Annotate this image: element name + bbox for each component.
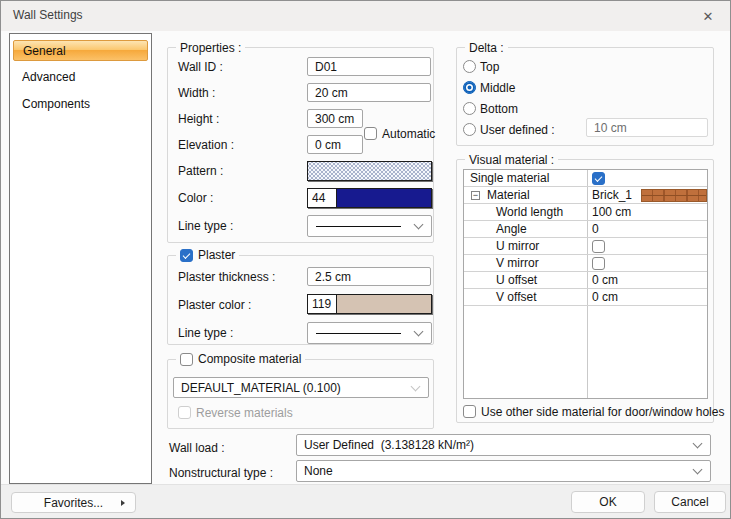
plaster-color-button[interactable]: 119 — [307, 294, 432, 314]
row-label-cell: Single material — [464, 170, 587, 186]
collapse-icon[interactable]: − — [471, 191, 480, 200]
use-other-side-label: Use other side material for door/window … — [481, 405, 724, 419]
sidebar-item-general[interactable]: General — [13, 40, 148, 61]
line-type-dropdown[interactable] — [307, 215, 432, 237]
delta-legend: Delta : — [465, 41, 508, 55]
delta-bottom-radio[interactable] — [463, 102, 476, 115]
delta-user-defined-radio[interactable] — [463, 123, 476, 136]
cancel-button[interactable]: Cancel — [654, 491, 726, 513]
nonstructural-type-dropdown[interactable]: None — [296, 460, 711, 482]
plaster-thickness-label: Plaster thickness : — [178, 270, 275, 284]
table-row[interactable]: U mirror — [464, 238, 707, 255]
delta-top-radio[interactable] — [463, 60, 476, 73]
nonstructural-type-label: Nonstructural type : — [169, 466, 273, 480]
row-label: World length — [496, 205, 563, 219]
v-mirror-checkbox[interactable] — [592, 257, 605, 270]
wall-load-label: Wall load : — [169, 441, 225, 455]
plaster-color-label: Plaster color : — [178, 298, 251, 312]
delta-user-defined-input[interactable]: 10 cm — [586, 118, 708, 137]
properties-legend: Properties : — [176, 41, 245, 55]
favorites-button[interactable]: Favorites... — [11, 492, 136, 513]
plaster-line-type-label: Line type : — [178, 326, 233, 340]
row-label: V offset — [496, 290, 536, 304]
elevation-input[interactable]: 0 cm — [307, 135, 363, 154]
chevron-down-icon — [414, 327, 424, 337]
nonstructural-type-value: None — [304, 464, 333, 478]
row-label-cell: U mirror — [464, 238, 587, 254]
composite-material-checkbox[interactable] — [180, 353, 193, 366]
table-row[interactable]: V mirror — [464, 255, 707, 272]
color-label: Color : — [178, 191, 213, 205]
height-input[interactable]: 300 cm — [307, 109, 363, 128]
page-list: General Advanced Components — [9, 33, 152, 484]
wall-load-value: User Defined (3.138128 kN/m²) — [304, 438, 474, 452]
delta-user-defined-label: User defined : — [480, 123, 555, 137]
width-input[interactable]: 20 cm — [307, 83, 431, 102]
row-label: Single material — [470, 171, 549, 185]
delta-top-label: Top — [480, 60, 499, 74]
automatic-label: Automatic — [382, 127, 435, 141]
use-other-side-checkbox[interactable] — [463, 405, 476, 418]
wall-settings-dialog: Wall Settings ✕ General Advanced Compone… — [0, 0, 731, 519]
row-value[interactable]: 0 — [592, 222, 599, 236]
close-icon[interactable]: ✕ — [699, 7, 717, 25]
table-row[interactable]: U offset0 cm — [464, 272, 707, 289]
delta-middle-radio[interactable] — [463, 81, 476, 94]
ok-button[interactable]: OK — [571, 491, 645, 513]
favorites-label: Favorites... — [44, 496, 103, 510]
composite-material-dropdown[interactable]: DEFAULT_MATERIAL (0.100) — [173, 377, 429, 398]
sidebar-item-components[interactable]: Components — [13, 94, 148, 115]
plaster-checkbox[interactable] — [180, 249, 193, 262]
plaster-thickness-input[interactable]: 2.5 cm — [307, 267, 431, 286]
wall-id-input[interactable]: D01 — [307, 57, 431, 76]
composite-legend: Composite material — [198, 352, 301, 366]
chevron-down-icon — [414, 220, 424, 230]
plaster-color-number: 119 — [308, 295, 337, 313]
row-label-cell: Angle — [464, 221, 587, 237]
row-value[interactable]: 100 cm — [592, 205, 631, 219]
wall-id-label: Wall ID : — [178, 60, 223, 74]
row-label-cell: −Material — [464, 187, 587, 203]
chevron-down-icon — [411, 381, 421, 391]
pattern-label: Pattern : — [178, 164, 223, 178]
pattern-button[interactable] — [307, 161, 432, 181]
automatic-checkbox[interactable] — [364, 127, 377, 140]
row-label: Material — [487, 188, 530, 202]
height-label: Height : — [178, 112, 219, 126]
row-value-cell: Brick_1 — [587, 187, 707, 203]
u-mirror-checkbox[interactable] — [592, 240, 605, 253]
row-value-cell: 0 cm — [587, 272, 707, 288]
row-label: U offset — [496, 273, 537, 287]
sidebar-item-advanced[interactable]: Advanced — [13, 67, 148, 88]
line-type-label: Line type : — [178, 219, 233, 233]
reverse-materials-checkbox[interactable] — [178, 406, 191, 419]
table-row[interactable]: World length100 cm — [464, 204, 707, 221]
color-swatch — [337, 189, 431, 207]
color-button[interactable]: 44 — [307, 188, 432, 208]
chevron-down-icon — [693, 465, 703, 475]
width-label: Width : — [178, 86, 215, 100]
row-value-cell: 100 cm — [587, 204, 707, 220]
row-value-cell: 0 — [587, 221, 707, 237]
table-row[interactable]: V offset0 cm — [464, 289, 707, 306]
material-name[interactable]: Brick_1 — [592, 188, 632, 202]
plaster-line-type-dropdown[interactable] — [307, 322, 432, 344]
reverse-materials-label: Reverse materials — [196, 406, 293, 420]
row-label-cell: V offset — [464, 289, 587, 305]
single-material-checkbox[interactable] — [592, 172, 605, 185]
table-row[interactable]: Angle0 — [464, 221, 707, 238]
table-row[interactable]: Single material — [464, 170, 707, 187]
table-row[interactable]: −MaterialBrick_1 — [464, 187, 707, 204]
row-label-cell: World length — [464, 204, 587, 220]
delta-bottom-label: Bottom — [480, 102, 518, 116]
row-value[interactable]: 0 cm — [592, 290, 618, 304]
title-bar[interactable]: Wall Settings ✕ — [1, 1, 730, 31]
row-value-cell — [587, 255, 707, 271]
dialog-title: Wall Settings — [13, 8, 83, 22]
material-texture-swatch[interactable] — [641, 189, 707, 202]
wall-load-dropdown[interactable]: User Defined (3.138128 kN/m²) — [296, 434, 711, 456]
visual-material-table-rows: Single material−MaterialBrick_1World len… — [464, 170, 707, 306]
composite-material-value: DEFAULT_MATERIAL (0.100) — [181, 381, 341, 395]
row-value[interactable]: 0 cm — [592, 273, 618, 287]
row-label: Angle — [496, 222, 527, 236]
